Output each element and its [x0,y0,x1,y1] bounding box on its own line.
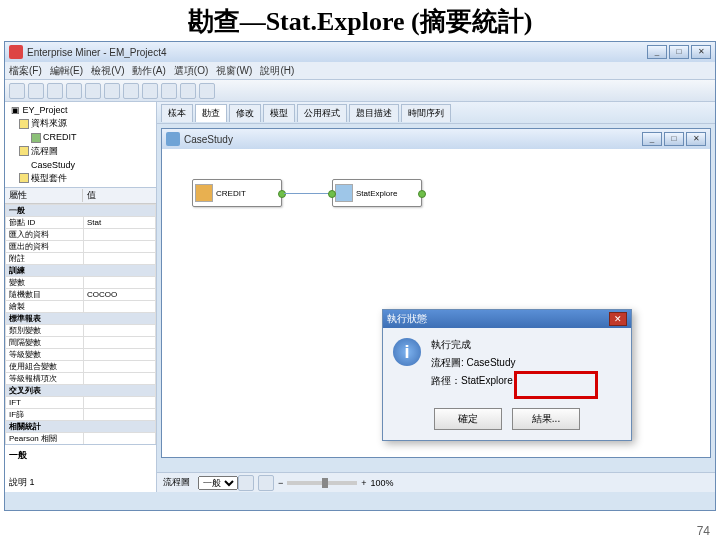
toolbar-button[interactable] [47,83,63,99]
property-value[interactable] [84,241,156,253]
property-value[interactable] [84,349,156,361]
property-section: 相關統計 [6,421,156,433]
tab-modify[interactable]: 修改 [229,104,261,122]
port-out[interactable] [278,190,286,198]
property-value[interactable]: COCOO [84,289,156,301]
diagram-icon [166,132,180,146]
property-key: Pearson 相關 [6,433,84,445]
tab-time[interactable]: 時間序列 [401,104,451,122]
dialog-titlebar: 執行狀態 ✕ [383,310,631,328]
tab-sample[interactable]: 樣本 [161,104,193,122]
minimize-button[interactable]: _ [647,45,667,59]
property-value[interactable] [84,253,156,265]
toolbar-button[interactable] [161,83,177,99]
tree-item[interactable]: 流程圖 [7,144,154,159]
property-value[interactable] [84,397,156,409]
info-icon: i [393,338,421,366]
zoom-fit-icon[interactable] [258,475,274,491]
folder-icon [19,119,29,129]
node-link[interactable] [284,193,330,194]
tab-utility[interactable]: 公用程式 [297,104,347,122]
property-value[interactable] [84,325,156,337]
menu-help[interactable]: 說明(H) [260,64,294,78]
diagram-title: CaseStudy [184,134,233,145]
close-button[interactable]: ✕ [691,45,711,59]
toolbar-button[interactable] [9,83,25,99]
property-value[interactable] [84,361,156,373]
dialog-text: 執行完成 流程圖: CaseStudy 路徑：StatExplore [431,338,515,392]
toolbar-button[interactable] [66,83,82,99]
zoom-control[interactable]: − + 100% [238,475,394,491]
diagram-close[interactable]: ✕ [686,132,706,146]
property-footer: 一般 說明 1 [5,444,156,492]
datasource-icon [195,184,213,202]
property-key: 使用組合變數 [6,361,84,373]
diagram-canvas[interactable]: CREDIT StatExplore 執行狀態 ✕ [162,149,710,457]
port-out[interactable] [418,190,426,198]
ok-button[interactable]: 確定 [434,408,502,430]
menu-options[interactable]: 選項(O) [174,64,208,78]
app-title: Enterprise Miner - EM_Project4 [27,47,167,58]
tree-item-selected[interactable]: CaseStudy [7,159,154,171]
toolbar-button[interactable] [180,83,196,99]
toolbar-button[interactable] [85,83,101,99]
folder-icon [19,146,29,156]
menu-view[interactable]: 檢視(V) [91,64,124,78]
property-table[interactable]: 一般節點 IDStat匯入的資料匯出的資料附註訓練變數隨機數目COCOO繪製標準… [5,204,156,444]
zoom-out-icon[interactable] [238,475,254,491]
property-value[interactable]: Stat [84,217,156,229]
diagram-maximize[interactable]: □ [664,132,684,146]
toolbar-button[interactable] [104,83,120,99]
toolbar-button[interactable] [199,83,215,99]
property-section: 一般 [6,205,156,217]
menu-window[interactable]: 視窗(W) [216,64,252,78]
property-value[interactable] [84,433,156,445]
project-tree[interactable]: ▣ EY_Project 資料來源 CREDIT 流程圖 CaseStudy 模… [5,102,156,188]
status-label: 流程圖 [163,476,190,489]
page-number: 74 [697,524,710,538]
tree-item[interactable]: 模型套件 [7,171,154,186]
tab-explore[interactable]: 勘查 [195,104,227,122]
tree-root[interactable]: ▣ EY_Project [7,104,154,116]
property-value[interactable] [84,373,156,385]
tab-model[interactable]: 模型 [263,104,295,122]
dialog-close-button[interactable]: ✕ [609,312,627,326]
menu-action[interactable]: 動作(A) [132,64,165,78]
menu-file[interactable]: 檔案(F) [9,64,42,78]
property-value[interactable] [84,337,156,349]
property-value[interactable] [84,229,156,241]
results-button[interactable]: 結果... [512,408,580,430]
menubar: 檔案(F) 編輯(E) 檢視(V) 動作(A) 選項(O) 視窗(W) 說明(H… [5,62,715,80]
property-value[interactable] [84,277,156,289]
property-key: IF篩 [6,409,84,421]
property-key: 節點 ID [6,217,84,229]
toolbar-button[interactable] [142,83,158,99]
property-value[interactable] [84,409,156,421]
node-label: StatExplore [356,189,397,198]
property-key: 隨機數目 [6,289,84,301]
property-header: 屬性 值 [5,188,156,204]
zoom-slider[interactable] [287,481,357,485]
maximize-button[interactable]: □ [669,45,689,59]
layout-select[interactable]: 一般 [198,476,238,490]
toolbar-button[interactable] [123,83,139,99]
property-key: IFT [6,397,84,409]
node-credit[interactable]: CREDIT [192,179,282,207]
toolbar-button[interactable] [28,83,44,99]
highlight-box [514,371,598,399]
port-in[interactable] [328,190,336,198]
menu-edit[interactable]: 編輯(E) [50,64,83,78]
property-section: 交叉列表 [6,385,156,397]
slide-title: 勘查—Stat.Explore (摘要統計) [0,0,720,41]
property-value[interactable] [84,301,156,313]
canvas-statusbar: 流程圖 一般 − + 100% [157,472,715,492]
workarea: ▣ EY_Project 資料來源 CREDIT 流程圖 CaseStudy 模… [5,102,715,492]
app-window: Enterprise Miner - EM_Project4 _ □ ✕ 檔案(… [4,41,716,511]
property-key: 等級報構項次 [6,373,84,385]
tab-desc[interactable]: 題目描述 [349,104,399,122]
property-section: 訓練 [6,265,156,277]
tree-item[interactable]: 資料來源 [7,116,154,131]
diagram-minimize[interactable]: _ [642,132,662,146]
node-statexplore[interactable]: StatExplore [332,179,422,207]
tree-item[interactable]: CREDIT [7,131,154,144]
